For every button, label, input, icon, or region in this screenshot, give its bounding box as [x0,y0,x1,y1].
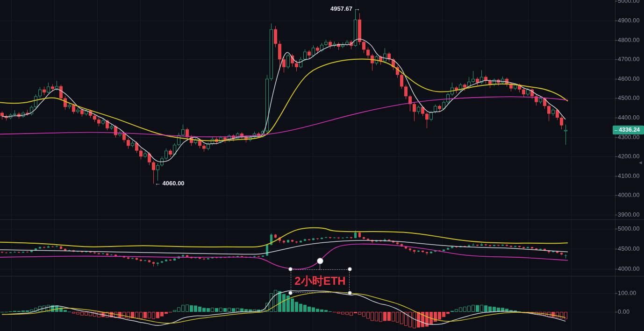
axis-label: 4300.00 [618,134,643,141]
rotation-stem [320,264,320,270]
trading-chart-app: 5000.004900.004800.004700.004600.004500.… [0,0,644,331]
axis-label: 3900.00 [618,211,643,218]
axis-label: 100.00 [618,289,643,297]
axis-label: 4800.00 [618,36,643,44]
axis-label: 4500.00 [618,245,643,253]
text-annotation-label[interactable]: 2小时ETH [291,270,349,292]
axis-label: 4100.00 [618,172,643,180]
axis-label: 4000.00 [618,191,643,199]
current-price-value: 4336.24 [619,126,640,134]
axis-label: 4500.00 [618,94,643,102]
low-price-annotation: ← 4060.00 [155,180,185,187]
high-price-annotation: 4957.67 → [330,5,360,12]
axis-label: 4700.00 [618,56,643,63]
axis-label: 5000.00 [618,0,643,5]
rotation-handle-icon[interactable] [317,258,323,264]
axis-label: 0.00 [618,308,643,316]
axis-label: 4400.00 [618,114,643,121]
axis-label: 4600.00 [618,75,643,83]
axis-collapse-arrow-icon[interactable]: ◂ [639,159,642,166]
price-tick-dash: – [613,126,619,134]
axis-label: 4900.00 [618,17,643,24]
axis-label: 4000.00 [618,265,643,273]
axis-label: 5000.00 [618,225,643,232]
current-price-badge: – 4336.24 [613,126,644,134]
text-annotation-box[interactable]: 2小时ETH [291,269,350,293]
